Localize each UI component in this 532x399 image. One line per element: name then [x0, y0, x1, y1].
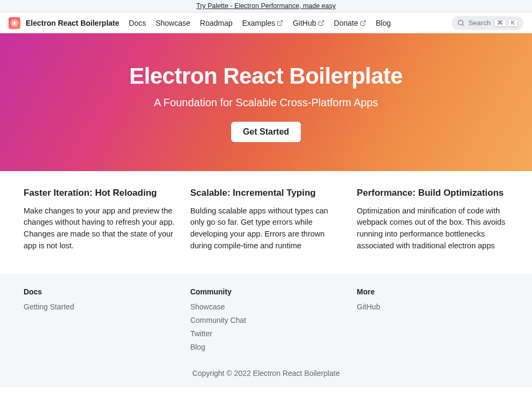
feature-incremental-typing: Scalable: Incremental Typing Bulding sca… [190, 186, 342, 252]
svg-line-5 [321, 20, 324, 24]
feature-title: Scalable: Incremental Typing [190, 186, 342, 200]
footer-link-blog[interactable]: Blog [190, 343, 205, 351]
feature-title: Performance: Build Optimizations [357, 186, 508, 200]
announcement-link[interactable]: Try Palette - Electron Performance, made… [196, 2, 336, 10]
external-link-icon [277, 20, 283, 26]
nav-link-github[interactable]: GitHub [293, 19, 324, 27]
search-button[interactable]: Search ⌘ K [452, 16, 523, 30]
external-link-icon [318, 20, 324, 26]
navbar: Electron React Boilerplate Docs Showcase… [0, 12, 532, 33]
footer-link-github[interactable]: GitHub [357, 302, 380, 311]
feature-body: Optimization and minification of code wi… [357, 205, 508, 252]
footer-link-getting-started[interactable]: Getting Started [24, 302, 74, 311]
nav-link-blog[interactable]: Blog [376, 19, 391, 27]
get-started-button[interactable]: Get Started [231, 122, 301, 142]
footer-heading: Docs [24, 287, 175, 296]
footer-copyright: Copyright © 2022 Electron React Boilerpl… [0, 369, 532, 378]
search-icon [457, 19, 465, 27]
footer-link-community-chat[interactable]: Community Chat [190, 316, 246, 324]
nav-link-donate[interactable]: Donate [334, 19, 366, 27]
feature-hot-reloading: Faster Iteration: Hot Reloading Make cha… [24, 186, 175, 252]
footer-heading: More [357, 287, 508, 296]
navbar-brand-group[interactable]: Electron React Boilerplate [9, 17, 119, 29]
feature-body: Bulding scalable apps without types can … [190, 205, 342, 252]
navbar-links: Docs Showcase Roadmap Examples GitHub Do… [129, 19, 390, 27]
footer: Docs Getting Started Community Showcase … [0, 274, 532, 387]
search-shortcut: ⌘ K [494, 19, 518, 27]
svg-line-4 [279, 20, 283, 24]
nav-link-examples[interactable]: Examples [242, 19, 283, 27]
electron-react-logo [9, 17, 20, 29]
nav-link-docs[interactable]: Docs [129, 19, 146, 27]
hero-subtitle: A Foundation for Scalable Cross-Platform… [11, 97, 521, 109]
hero-title: Electron React Boilerplate [11, 63, 521, 89]
footer-heading: Community [190, 287, 342, 296]
svg-point-7 [459, 20, 463, 25]
svg-line-6 [363, 20, 366, 24]
footer-link-twitter[interactable]: Twitter [190, 329, 212, 338]
nav-link-roadmap[interactable]: Roadmap [200, 19, 233, 27]
svg-point-0 [13, 22, 16, 24]
hero: Electron React Boilerplate A Foundation … [0, 33, 532, 171]
announcement-bar: Try Palette - Electron Performance, made… [0, 0, 532, 12]
footer-col-more: More GitHub [357, 287, 508, 356]
nav-link-showcase[interactable]: Showcase [156, 19, 190, 27]
feature-title: Faster Iteration: Hot Reloading [24, 186, 175, 200]
navbar-brand-text: Electron React Boilerplate [26, 19, 119, 27]
features: Faster Iteration: Hot Reloading Make cha… [14, 171, 518, 274]
feature-build-optimizations: Performance: Build Optimizations Optimiz… [357, 186, 508, 252]
svg-line-8 [463, 24, 464, 26]
footer-col-community: Community Showcase Community Chat Twitte… [190, 287, 342, 356]
footer-link-showcase[interactable]: Showcase [190, 302, 225, 311]
external-link-icon [360, 20, 366, 26]
footer-col-docs: Docs Getting Started [24, 287, 175, 356]
search-placeholder: Search [468, 19, 490, 27]
feature-body: Make changes to your app and preview the… [24, 205, 175, 252]
